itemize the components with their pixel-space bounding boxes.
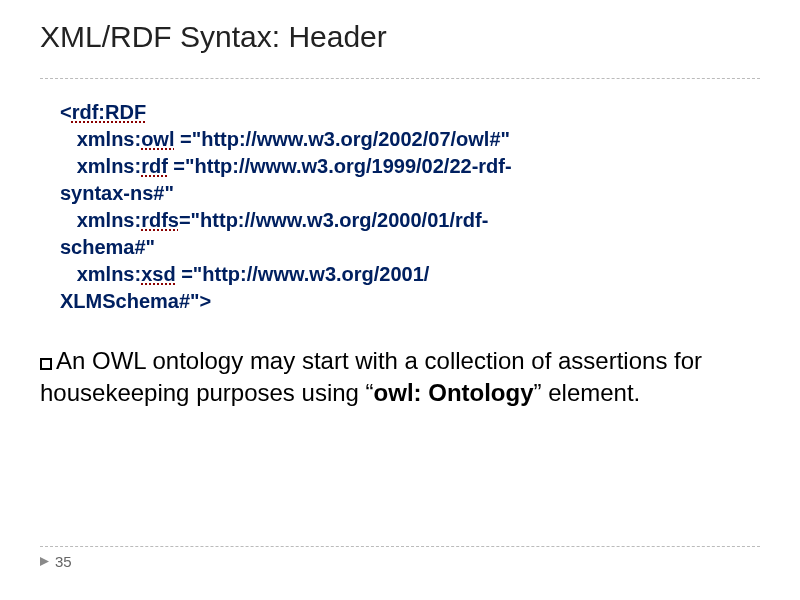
code-l3b: schema#" [60, 236, 155, 258]
code-l2-rest: ="http://www.w3.org/1999/02/22-rdf- [168, 155, 512, 177]
page-number: 35 [55, 553, 72, 570]
code-l4-pref: xmlns: [77, 263, 141, 285]
code-l2-kw: rdf [141, 155, 168, 177]
code-block: <rdf:RDF xmlns:owl ="http://www.w3.org/2… [60, 99, 740, 315]
footer-divider [40, 546, 760, 547]
body-bold1: owl: Ontology [374, 379, 534, 406]
code-l2-pref: xmlns: [77, 155, 141, 177]
svg-marker-0 [40, 557, 49, 566]
code-l3-rest: ="http://www.w3.org/2000/01/rdf- [179, 209, 488, 231]
code-l1-rest: ="http://www.w3.org/2002/07/owl#" [174, 128, 510, 150]
code-l4-rest: ="http://www.w3.org/2001/ [176, 263, 430, 285]
footer-row: 35 [40, 553, 760, 570]
slide-footer: 35 [40, 546, 760, 570]
body-part2: ” element. [534, 379, 641, 406]
slide: XML/RDF Syntax: Header <rdf:RDF xmlns:ow… [0, 0, 800, 600]
slide-title: XML/RDF Syntax: Header [40, 20, 760, 60]
square-bullet-icon [40, 358, 52, 370]
code-l1-pref: xmlns: [77, 128, 141, 150]
code-l2b: syntax-ns#" [60, 182, 174, 204]
code-l3-kw: rdfs [141, 209, 179, 231]
code-l4-kw: xsd [141, 263, 175, 285]
body-paragraph: An OWL ontology may start with a collect… [40, 345, 740, 410]
code-l4b: XLMSchema#"> [60, 290, 211, 312]
code-rdf-rdf: rdf:RDF [72, 101, 146, 123]
code-l3-pref: xmlns: [77, 209, 141, 231]
title-divider [40, 78, 760, 79]
play-arrow-icon [40, 557, 49, 566]
code-lt: < [60, 101, 72, 123]
code-l1-kw: owl [141, 128, 174, 150]
